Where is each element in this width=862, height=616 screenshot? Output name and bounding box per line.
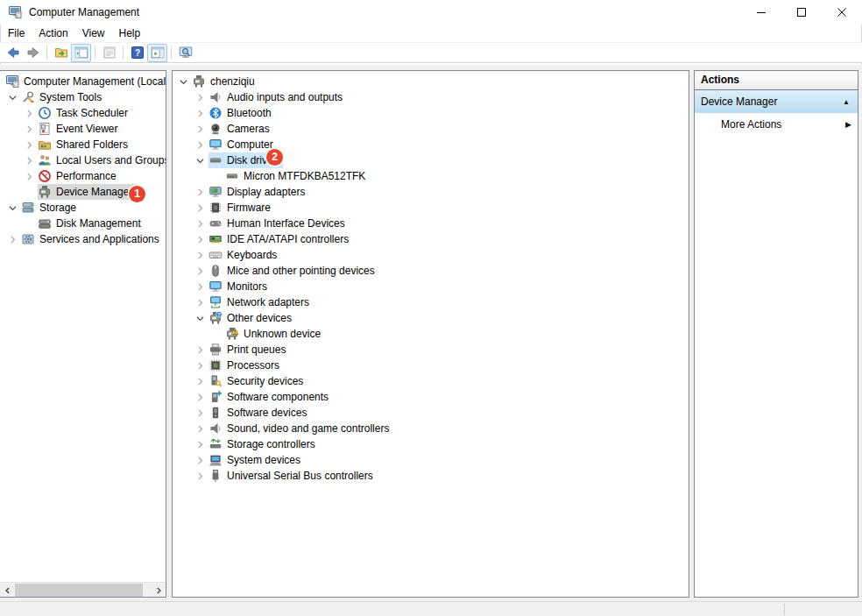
tree-item-software-devices[interactable]: Software devices (173, 405, 689, 421)
tree-item-display-adapters[interactable]: Display adapters (173, 184, 689, 200)
menu-view[interactable]: View (75, 25, 112, 42)
row-content: Audio inputs and outputs (208, 89, 347, 105)
tree-item-keyboards[interactable]: Keyboards (173, 247, 689, 263)
tree-item-universal-serial-bus-controllers[interactable]: Universal Serial Bus controllers (173, 468, 689, 484)
back-icon[interactable] (3, 44, 23, 62)
tree-item-services-and-applications[interactable]: Services and Applications (0, 231, 166, 247)
chevron-right-icon[interactable] (193, 138, 207, 152)
properties-icon[interactable] (99, 44, 119, 62)
chevron-right-icon[interactable] (193, 122, 207, 136)
tree-item-local-users-and-groups[interactable]: Local Users and Groups (0, 152, 166, 168)
chevron-right-icon[interactable] (193, 280, 207, 294)
chevron-right-icon[interactable] (193, 216, 207, 230)
chevron-right-icon[interactable] (193, 421, 207, 435)
tree-item-storage[interactable]: Storage (0, 200, 166, 216)
new-console-window-icon[interactable] (175, 44, 195, 62)
chevron-right-icon[interactable] (193, 343, 207, 357)
computer-icon (208, 138, 223, 152)
tree-item-label: Firmware (227, 202, 272, 214)
tree-item-chenziqiu[interactable]: chenziqiu (173, 74, 689, 89)
tree-item-performance[interactable]: Performance (0, 168, 166, 184)
tree-item-shared-folders[interactable]: Shared Folders (0, 137, 166, 152)
maximize-button[interactable] (781, 0, 822, 25)
export-list-icon[interactable] (51, 44, 71, 62)
tree-item-monitors[interactable]: Monitors (173, 279, 689, 294)
tree-item-computer-management-local[interactable]: Computer Management (Local (0, 74, 166, 89)
tree-item-security-devices[interactable]: Security devices (173, 373, 689, 389)
more-actions-item[interactable]: More Actions ▶ (695, 113, 858, 136)
tree-item-computer[interactable]: Computer (173, 137, 689, 152)
chevron-right-icon[interactable] (22, 138, 36, 152)
tree-item-cameras[interactable]: Cameras (173, 121, 689, 137)
chevron-down-icon[interactable] (193, 153, 207, 167)
collapse-arrow-icon[interactable]: ▲ (843, 98, 850, 106)
tree-item-firmware[interactable]: Firmware (173, 200, 689, 216)
tree-item-processors[interactable]: Processors (173, 358, 689, 373)
chevron-right-icon[interactable] (193, 264, 207, 278)
tree-item-print-queues[interactable]: Print queues (173, 342, 689, 358)
chevron-right-icon[interactable] (193, 185, 207, 199)
tree-item-system-devices[interactable]: System devices (173, 452, 689, 468)
chevron-down-icon[interactable] (193, 311, 207, 325)
row-content: IDE ATA/ATAPI controllers (208, 231, 353, 247)
show-console-tree-toggle-icon[interactable] (71, 44, 91, 62)
tree-item-disk-drives[interactable]: Disk drives (173, 152, 689, 168)
chevron-right-icon[interactable] (193, 358, 207, 372)
tree-item-event-viewer[interactable]: Event Viewer (0, 121, 166, 137)
row-content: Micron MTFDKBA512TFK (225, 168, 370, 184)
tree-item-other-devices[interactable]: ?Other devices (173, 310, 689, 326)
tree-item-software-components[interactable]: Software components (173, 389, 689, 405)
chevron-right-icon[interactable] (193, 390, 207, 404)
chevron-right-icon[interactable] (193, 469, 207, 483)
tree-item-disk-management[interactable]: Disk Management (0, 216, 166, 231)
actions-group-device-manager[interactable]: Device Manager ▲ (695, 90, 858, 113)
chevron-right-icon[interactable] (5, 232, 19, 246)
chevron-down-icon[interactable] (176, 74, 190, 89)
tree-item-storage-controllers[interactable]: Storage controllers (173, 436, 689, 452)
chevron-right-icon[interactable] (193, 248, 207, 262)
close-button[interactable] (822, 0, 862, 25)
tree-item-micron-mtfdkba512tfk[interactable]: Micron MTFDKBA512TFK (173, 168, 689, 184)
tree-item-unknown-device[interactable]: Unknown device (173, 326, 689, 342)
horizontal-scrollbar[interactable] (0, 582, 166, 597)
minimize-button[interactable] (741, 0, 781, 25)
chevron-right-icon[interactable] (22, 106, 36, 120)
chevron-right-icon[interactable] (193, 106, 207, 120)
scroll-left-icon[interactable] (0, 583, 15, 598)
chevron-right-icon[interactable] (193, 453, 207, 467)
chevron-right-icon[interactable] (193, 295, 207, 309)
chevron-down-icon[interactable] (5, 90, 19, 104)
chevron-right-icon[interactable] (193, 201, 207, 215)
tree-item-system-tools[interactable]: System Tools (0, 89, 166, 105)
chevron-right-icon[interactable] (193, 232, 207, 246)
chevron-down-icon[interactable] (5, 201, 19, 215)
firmware-icon (208, 201, 223, 215)
tree-item-mice-and-other-pointing-devices[interactable]: Mice and other pointing devices (173, 263, 689, 279)
show-action-pane-toggle-icon[interactable] (147, 44, 167, 62)
tree-item-sound-video-and-game-controllers[interactable]: Sound, video and game controllers (173, 421, 689, 436)
forward-icon[interactable] (23, 44, 43, 62)
event-viewer-icon (38, 122, 52, 136)
menu-file[interactable]: File (1, 25, 32, 42)
tree-item-audio-inputs-and-outputs[interactable]: Audio inputs and outputs (173, 89, 689, 105)
tree-item-network-adapters[interactable]: Network adapters (173, 294, 689, 310)
help-icon[interactable]: ? (127, 44, 147, 62)
tree-item-task-scheduler[interactable]: Task Scheduler (0, 105, 166, 121)
chevron-right-icon[interactable] (193, 406, 207, 420)
submenu-arrow-icon: ▶ (845, 120, 851, 129)
tree-item-ide-ata-atapi-controllers[interactable]: IDE ATA/ATAPI controllers (173, 231, 689, 247)
tree-item-bluetooth[interactable]: Bluetooth (173, 105, 689, 121)
scrollbar-thumb[interactable] (15, 584, 143, 597)
chevron-right-icon[interactable] (22, 169, 36, 183)
clock-icon (38, 106, 52, 120)
chevron-right-icon[interactable] (193, 437, 207, 451)
tree-item-human-interface-devices[interactable]: Human Interface Devices (173, 216, 689, 231)
chevron-right-icon[interactable] (22, 122, 36, 136)
scroll-right-icon[interactable] (151, 583, 166, 598)
menu-action[interactable]: Action (32, 25, 74, 42)
chevron-right-icon[interactable] (22, 153, 36, 167)
chevron-right-icon[interactable] (193, 90, 207, 104)
row-content: Computer Management (Local (5, 74, 166, 89)
chevron-right-icon[interactable] (193, 374, 207, 388)
menu-help[interactable]: Help (112, 25, 148, 42)
